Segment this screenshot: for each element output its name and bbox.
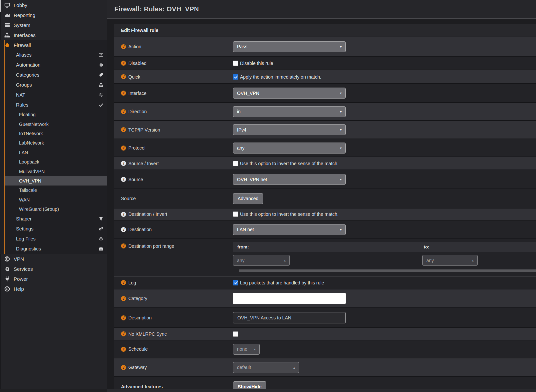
sidebar-item-nat[interactable]: NAT bbox=[0, 90, 107, 100]
log-checkbox[interactable] bbox=[233, 280, 238, 285]
sidebar-item-iotnetwork[interactable]: IoTNetwork bbox=[0, 129, 107, 138]
sidebar-item-label: Loopback bbox=[19, 159, 39, 165]
sidebar-item-guestnetwork[interactable]: GuestNetwork bbox=[0, 119, 107, 129]
action-select[interactable]: Pass▾ bbox=[233, 41, 346, 52]
sidebar-item-label: VPN bbox=[14, 256, 24, 262]
sidebar-item-reporting[interactable]: Reporting bbox=[0, 10, 107, 20]
caret-up-icon: ▴ bbox=[293, 366, 295, 369]
sidebar-item-vpn[interactable]: VPN bbox=[0, 254, 107, 264]
plug-icon bbox=[4, 276, 10, 282]
sidebar-item-automation[interactable]: Automation bbox=[0, 60, 107, 70]
info-icon[interactable]: i bbox=[121, 177, 126, 182]
sidebar-item-labnetwork[interactable]: LabNetwork bbox=[0, 138, 107, 148]
checkbox-label: Apply the action immediately on match. bbox=[240, 74, 321, 80]
list-alt-icon bbox=[99, 53, 103, 57]
description-input[interactable] bbox=[233, 312, 346, 323]
field-control: none▾ bbox=[233, 340, 536, 358]
info-icon[interactable]: i bbox=[121, 44, 126, 49]
info-icon[interactable]: i bbox=[121, 243, 126, 248]
source-select[interactable]: OVH_VPN net▾ bbox=[233, 174, 346, 185]
sidebar-item-label: Help bbox=[14, 286, 24, 292]
sidebar-item-rules[interactable]: Rules bbox=[0, 100, 107, 110]
field-label: iDestination bbox=[114, 220, 233, 238]
sidebar-item-groups[interactable]: Groups bbox=[0, 80, 107, 90]
destination-invert-checkbox[interactable] bbox=[233, 211, 238, 217]
sidebar-item-help[interactable]: Help bbox=[0, 284, 107, 294]
info-icon[interactable]: i bbox=[121, 347, 126, 352]
sidebar-item-wireguard-group[interactable]: WireGuard (Group) bbox=[0, 204, 107, 214]
sidebar-item-mullvadvpn[interactable]: MullvadVPN bbox=[0, 167, 107, 176]
info-icon[interactable]: i bbox=[121, 315, 126, 320]
sidebar-item-tailscale[interactable]: Tailscale bbox=[0, 186, 107, 195]
info-icon[interactable]: i bbox=[121, 365, 126, 370]
tcp-ip-version-select[interactable]: IPv4▾ bbox=[233, 124, 346, 135]
gear-icon bbox=[4, 266, 10, 272]
category-input[interactable] bbox=[233, 293, 346, 304]
source-invert-checkbox[interactable] bbox=[233, 161, 238, 166]
sidebar-item-diagnostics[interactable]: Diagnostics bbox=[0, 244, 107, 254]
sidebar-item-power[interactable]: Power bbox=[0, 274, 107, 284]
sidebar-item-services[interactable]: Services bbox=[0, 264, 107, 274]
info-icon[interactable]: i bbox=[121, 146, 126, 151]
direction-select[interactable]: in▾ bbox=[233, 106, 346, 117]
info-icon[interactable]: i bbox=[121, 109, 126, 114]
info-icon[interactable]: i bbox=[121, 91, 126, 96]
firewall-menu-group: FirewallAliasesAutomationCategoriesGroup… bbox=[0, 40, 107, 254]
field-control bbox=[233, 328, 536, 340]
form-row-source-invert: iSource / InvertUse this option to inver… bbox=[114, 157, 536, 170]
sidebar-item-firewall[interactable]: Firewall bbox=[0, 40, 107, 50]
info-icon[interactable]: i bbox=[121, 280, 126, 285]
form-row-destination-port-range: iDestination port rangefrom:to:any▴any▴ bbox=[114, 238, 536, 276]
sidebar-item-shaper[interactable]: Shaper bbox=[0, 214, 107, 224]
info-icon[interactable]: i bbox=[121, 74, 126, 79]
gateway-select[interactable]: default▴ bbox=[233, 362, 299, 373]
info-icon[interactable]: i bbox=[121, 296, 126, 301]
field-label-text: Gateway bbox=[128, 365, 147, 370]
field-label-text: Source / Invert bbox=[128, 161, 159, 166]
sidebar-item-wan[interactable]: WAN bbox=[0, 195, 107, 204]
sidebar-item-log-files[interactable]: Log Files bbox=[0, 234, 107, 244]
form-rows: iActionPass▾iDisabledDisable this ruleiQ… bbox=[114, 37, 536, 392]
sidebar-item-loopback[interactable]: Loopback bbox=[0, 157, 107, 167]
info-icon[interactable]: i bbox=[121, 227, 126, 232]
sidebar-item-label: Interfaces bbox=[14, 32, 36, 38]
info-icon[interactable]: i bbox=[121, 212, 126, 217]
sidebar-scrollbar[interactable] bbox=[0, 0, 1, 12]
sitemap-icon bbox=[4, 32, 10, 38]
no-xmlrpc-sync-checkbox[interactable] bbox=[233, 331, 238, 337]
form-row-disabled: iDisabledDisable this rule bbox=[114, 56, 536, 70]
sidebar-item-lan[interactable]: LAN bbox=[0, 148, 107, 157]
sidebar-item-label: IoTNetwork bbox=[19, 131, 43, 136]
destination-select[interactable]: LAN net▾ bbox=[233, 224, 346, 235]
interface-select[interactable]: OVH_VPN▾ bbox=[233, 88, 346, 99]
sidebar-item-floating[interactable]: Floating bbox=[0, 110, 107, 119]
info-icon[interactable]: i bbox=[121, 331, 126, 336]
caret-down-icon: ▾ bbox=[340, 128, 342, 132]
sidebar-item-label: Settings bbox=[16, 226, 33, 231]
disabled-checkbox[interactable] bbox=[233, 61, 238, 66]
sidebar-item-ovh-vpn[interactable]: OVH_VPN bbox=[0, 176, 107, 186]
info-icon[interactable]: i bbox=[121, 127, 126, 132]
form-row-source: iSourceOVH_VPN net▾ bbox=[114, 170, 536, 189]
sidebar-item-aliases[interactable]: Aliases bbox=[0, 50, 107, 60]
sidebar-item-settings[interactable]: Settings bbox=[0, 224, 107, 234]
sidebar-item-label: Rules bbox=[16, 102, 28, 108]
area-chart-icon bbox=[4, 12, 10, 18]
protocol-select[interactable]: any▾ bbox=[233, 143, 346, 154]
schedule-select[interactable]: none▾ bbox=[233, 344, 260, 355]
advanced-button[interactable]: Advanced bbox=[233, 193, 263, 204]
sidebar-item-lobby[interactable]: Lobby bbox=[0, 0, 107, 10]
info-icon[interactable]: i bbox=[121, 161, 126, 166]
field-label-text: Schedule bbox=[128, 346, 148, 352]
sidebar-item-interfaces[interactable]: Interfaces bbox=[0, 30, 107, 40]
sidebar-item-categories[interactable]: Categories bbox=[0, 70, 107, 80]
quick-checkbox[interactable] bbox=[233, 74, 238, 80]
field-control: any▾ bbox=[233, 139, 536, 157]
form-row-category: iCategory bbox=[114, 289, 536, 307]
sidebar-item-system[interactable]: System bbox=[0, 20, 107, 30]
info-icon[interactable]: i bbox=[121, 61, 126, 66]
select-value: none bbox=[237, 346, 251, 352]
field-control bbox=[233, 308, 536, 327]
sidebar-item-label: WAN bbox=[19, 197, 30, 202]
gear-icon bbox=[99, 63, 103, 67]
